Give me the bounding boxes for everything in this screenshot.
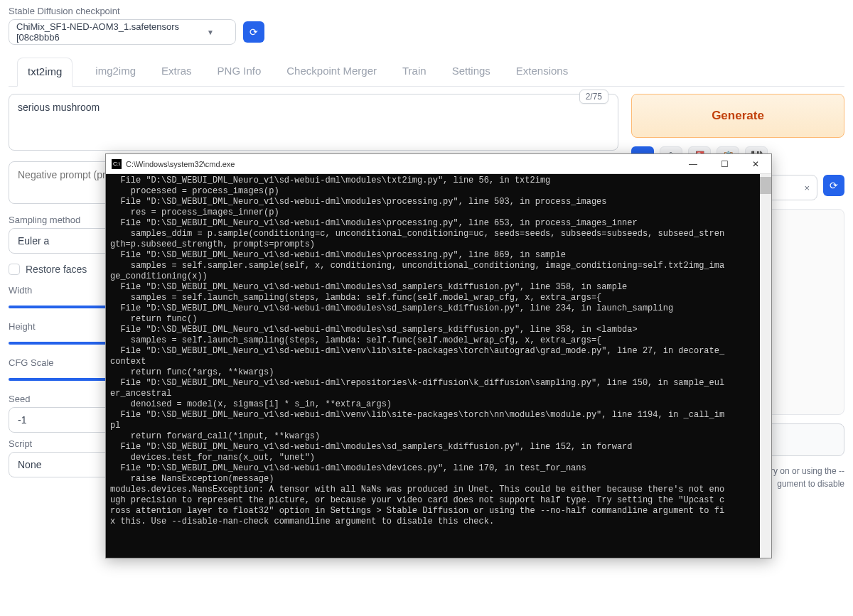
close-button[interactable]: ✕: [740, 154, 771, 174]
checkpoint-select[interactable]: ChiMix_SF1-NED-AOM3_1.safetensors [08c8b…: [9, 19, 236, 45]
prompt-token-counter: 2/75: [579, 90, 608, 104]
cmd-titlebar[interactable]: C:\ C:\Windows\system32\cmd.exe — ☐ ✕: [106, 154, 771, 174]
generate-button[interactable]: Generate: [631, 94, 844, 138]
tab-pnginfo[interactable]: PNG Info: [215, 58, 264, 86]
maximize-button[interactable]: ☐: [709, 154, 740, 174]
tab-checkpoint-merger[interactable]: Checkpoint Merger: [284, 58, 380, 86]
minimize-button[interactable]: —: [677, 154, 709, 174]
main-tabs: txt2img img2img Extras PNG Info Checkpoi…: [9, 58, 844, 87]
cmd-window: C:\ C:\Windows\system32\cmd.exe — ☐ ✕ Fi…: [105, 153, 772, 545]
restore-faces-checkbox[interactable]: [9, 264, 20, 275]
cmd-title-text: C:\Windows\system32\cmd.exe: [126, 160, 235, 168]
style-clear[interactable]: ×: [804, 183, 810, 193]
tab-extensions[interactable]: Extensions: [513, 58, 571, 86]
refresh-icon: ⟳: [250, 26, 258, 38]
chevron-down-icon: ▼: [207, 28, 214, 36]
cmd-icon: C:\: [112, 159, 122, 169]
restore-faces-label: Restore faces: [26, 264, 87, 275]
tab-extras[interactable]: Extras: [159, 58, 195, 86]
tab-img2img[interactable]: img2img: [92, 58, 139, 86]
checkpoint-label: Stable Diffusion checkpoint: [9, 6, 844, 16]
prompt-input[interactable]: serious mushroom: [9, 94, 618, 151]
refresh-icon: ⟳: [830, 180, 838, 191]
cmd-output[interactable]: File "D:\SD_WEBUI_DML_Neuro_v1\sd-webui-…: [106, 174, 771, 545]
tab-txt2img[interactable]: txt2img: [17, 58, 73, 87]
refresh-checkpoint-button[interactable]: ⟳: [243, 21, 264, 43]
checkpoint-value: ChiMix_SF1-NED-AOM3_1.safetensors [08c8b…: [16, 21, 207, 43]
refresh-styles-button[interactable]: ⟳: [823, 175, 844, 196]
tab-train[interactable]: Train: [399, 58, 429, 86]
tab-settings[interactable]: Settings: [449, 58, 493, 86]
